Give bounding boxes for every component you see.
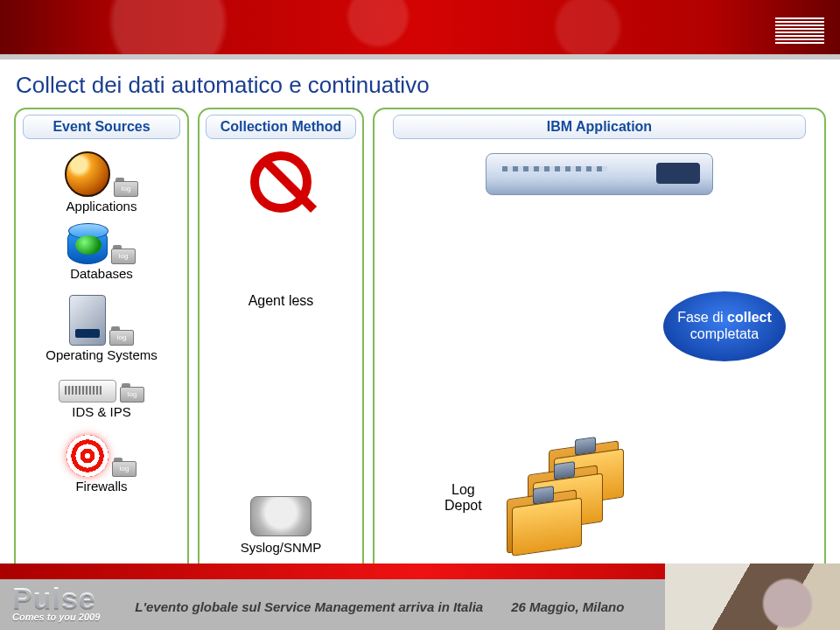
brand-sub: Comes to you 2009: [12, 612, 100, 622]
slide-title: Collect dei dati automatico e continuati…: [0, 60, 840, 108]
harddisk-icon: [250, 496, 312, 536]
syslog-label: Syslog/SNMP: [241, 540, 322, 555]
column-event-sources: Event Sources log Applications log Datab…: [14, 108, 189, 577]
folder-stack-icon: [501, 445, 633, 550]
source-operating-systems: log Operating Systems: [16, 295, 187, 362]
no-agent-icon: [250, 151, 312, 213]
log-folder-label: log: [109, 333, 134, 341]
log-folder-icon: log: [114, 178, 138, 197]
brand-word: Pulse: [12, 581, 100, 615]
server-icon: [69, 295, 106, 346]
log-folder-label: log: [111, 252, 136, 260]
log-folder-label: log: [114, 185, 138, 192]
phase-badge: Fase di collect completata: [663, 291, 786, 361]
column-ibm-application: IBM Application Fase di collect completa…: [373, 108, 826, 577]
source-databases: log Databases: [16, 228, 187, 281]
source-label: IDS & IPS: [72, 404, 131, 419]
log-folder-icon: log: [120, 383, 144, 402]
firewall-target-icon: [66, 435, 108, 477]
applications-icon: [65, 151, 110, 197]
footer-photo: [665, 564, 840, 630]
footer-date: 26 Maggio, Milano: [511, 599, 624, 614]
column-header-method: Collection Method: [206, 115, 355, 139]
log-folder-label: log: [112, 465, 136, 472]
top-banner: [0, 0, 840, 54]
ids-device-icon: [59, 380, 116, 402]
ibm-logo-icon: [775, 18, 824, 44]
log-folder-icon: log: [112, 458, 136, 477]
source-firewalls: log Firewalls: [16, 435, 187, 494]
agentless-label: Agent less: [248, 293, 314, 309]
log-depot: Log Depot: [444, 445, 633, 550]
column-header-app: IBM Application: [393, 115, 807, 139]
log-folder-label: log: [120, 390, 144, 398]
source-label: Operating Systems: [46, 347, 158, 362]
log-folder-icon: log: [111, 245, 136, 264]
phase-line1: Fase di collect: [663, 309, 786, 326]
columns-container: Event Sources log Applications log Datab…: [0, 108, 840, 577]
log-depot-label: Log Depot: [444, 482, 482, 514]
column-header-sources: Event Sources: [23, 115, 180, 139]
footer-bar: Pulse Comes to you 2009 L'evento globale…: [0, 564, 840, 630]
source-label: Applications: [66, 199, 137, 214]
pulse-brand: Pulse Comes to you 2009: [12, 581, 100, 622]
database-icon: [67, 228, 108, 264]
source-label: Databases: [70, 266, 133, 281]
appliance-icon: [486, 153, 713, 195]
source-ids-ips: log IDS & IPS: [16, 380, 187, 419]
source-applications: log Applications: [16, 151, 187, 214]
log-folder-icon: log: [109, 326, 134, 346]
source-label: Firewalls: [75, 479, 127, 494]
column-collection-method: Collection Method Agent less Syslog/SNMP: [198, 108, 364, 577]
phase-line2: completata: [663, 326, 786, 342]
footer-tagline: L'evento globale sul Service Management …: [135, 599, 483, 614]
